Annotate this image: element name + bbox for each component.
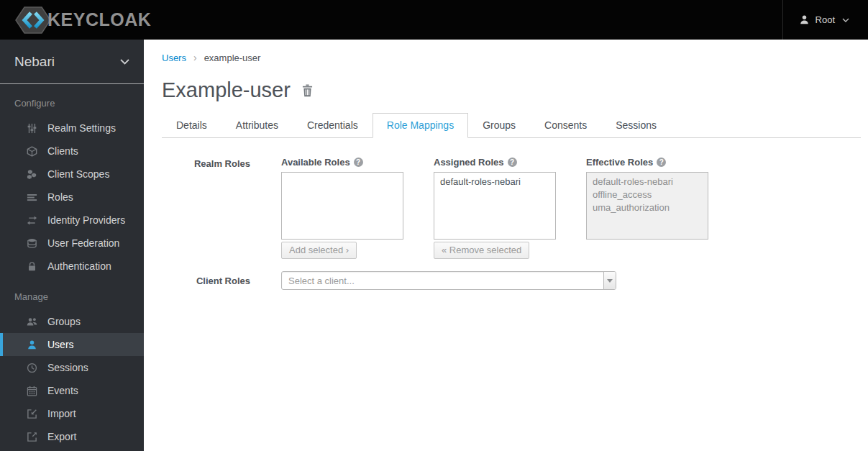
available-roles-listbox[interactable] xyxy=(281,172,403,240)
sidebar-item-label: Events xyxy=(47,385,78,396)
add-selected-button[interactable]: Add selected › xyxy=(281,242,357,259)
keycloak-hexagon-icon xyxy=(14,4,52,36)
role-option: offline_access xyxy=(587,188,708,201)
client-select-placeholder: Select a client... xyxy=(282,275,355,286)
remove-selected-button[interactable]: « Remove selected xyxy=(434,242,529,259)
tab-credentials[interactable]: Credentials xyxy=(293,113,373,138)
delete-user-button[interactable] xyxy=(301,84,314,97)
user-menu-label: Root xyxy=(816,14,835,25)
sidebar-item-label: Clients xyxy=(47,145,78,157)
export-icon xyxy=(26,431,38,442)
sidebar-item-export[interactable]: Export xyxy=(0,425,144,448)
section-label-configure: Configure xyxy=(0,84,144,117)
help-icon[interactable]: ? xyxy=(354,158,363,167)
client-roles-row: Client Roles Select a client... xyxy=(162,271,861,290)
users-icon xyxy=(26,316,38,327)
page-title: Example-user xyxy=(162,78,291,102)
assigned-roles-column: Assigned Roles ? default-roles-nebari « … xyxy=(434,157,556,259)
trash-icon xyxy=(301,84,314,97)
realm-name: Nebari xyxy=(14,54,55,70)
sidebar-item-label: Groups xyxy=(47,316,81,327)
caret-down-icon xyxy=(607,279,613,283)
user-icon xyxy=(26,339,38,350)
breadcrumb-users-link[interactable]: Users xyxy=(162,53,186,63)
tab-groups[interactable]: Groups xyxy=(468,113,530,138)
sidebar-item-label: Sessions xyxy=(47,362,88,373)
sidebar-item-user-federation[interactable]: User Federation xyxy=(0,232,144,255)
sliders-icon xyxy=(26,122,38,134)
sidebar-item-events[interactable]: Events xyxy=(0,379,144,402)
sidebar-item-sessions[interactable]: Sessions xyxy=(0,356,144,379)
effective-roles-column: Effective Roles ? default-roles-nebariof… xyxy=(586,157,708,259)
tab-details[interactable]: Details xyxy=(162,113,221,138)
section-label-manage: Manage xyxy=(0,278,144,310)
sidebar-item-label: Roles xyxy=(47,191,73,203)
client-select[interactable]: Select a client... xyxy=(281,271,616,290)
sidebar-item-label: Client Scopes xyxy=(47,168,109,180)
tab-role-mappings[interactable]: Role Mappings xyxy=(373,113,468,138)
exchange-icon xyxy=(26,214,38,226)
tab-consents[interactable]: Consents xyxy=(530,113,601,138)
chevron-down-icon xyxy=(120,59,129,65)
top-navbar: KEYCLOAK Root xyxy=(0,0,868,40)
sidebar-item-label: Authentication xyxy=(47,260,111,272)
effective-roles-label: Effective Roles xyxy=(586,157,653,168)
role-option: uma_authorization xyxy=(587,201,708,214)
role-option: default-roles-nebari xyxy=(587,176,708,188)
sidebar-item-client-scopes[interactable]: Client Scopes xyxy=(0,163,144,186)
sidebar-item-label: User Federation xyxy=(47,237,119,249)
help-icon[interactable]: ? xyxy=(508,158,517,167)
main-content: Users › example-user Example-user xyxy=(144,40,868,451)
cubes-icon xyxy=(26,168,38,180)
sidebar-item-users[interactable]: Users xyxy=(0,333,144,356)
lock-icon xyxy=(26,260,38,272)
sidebar: Nebari Configure Realm Settings xyxy=(0,40,144,451)
tab-bar: Details Attributes Credentials Role Mapp… xyxy=(162,113,861,138)
clock-icon xyxy=(26,362,38,373)
sidebar-item-clients[interactable]: Clients xyxy=(0,140,144,163)
breadcrumb-current: example-user xyxy=(204,53,261,63)
available-roles-label: Available Roles xyxy=(281,157,350,168)
list-icon xyxy=(26,191,38,203)
sidebar-item-label: Users xyxy=(47,339,74,350)
brand-text: KEYCLOAK xyxy=(47,9,151,30)
realm-roles-label: Realm Roles xyxy=(162,157,250,259)
realm-selector[interactable]: Nebari xyxy=(0,40,144,84)
role-mappings-form: Realm Roles Available Roles ? Add select… xyxy=(162,157,861,290)
sidebar-item-authentication[interactable]: Authentication xyxy=(0,255,144,278)
tab-attributes[interactable]: Attributes xyxy=(221,113,293,138)
sidebar-item-roles[interactable]: Roles xyxy=(0,186,144,209)
tab-sessions[interactable]: Sessions xyxy=(601,113,671,138)
sidebar-item-groups[interactable]: Groups xyxy=(0,310,144,333)
breadcrumb: Users › example-user xyxy=(162,52,861,63)
database-icon xyxy=(26,237,38,249)
calendar-icon xyxy=(26,385,38,396)
role-option[interactable]: default-roles-nebari xyxy=(434,176,555,188)
sidebar-item-realm-settings[interactable]: Realm Settings xyxy=(0,117,144,140)
realm-roles-row: Realm Roles Available Roles ? Add select… xyxy=(162,157,861,259)
help-icon[interactable]: ? xyxy=(657,158,666,167)
sidebar-item-label: Realm Settings xyxy=(47,122,116,134)
cube-icon xyxy=(26,145,38,157)
sidebar-item-identity-providers[interactable]: Identity Providers xyxy=(0,209,144,232)
sidebar-item-import[interactable]: Import xyxy=(0,402,144,425)
sidebar-item-label: Import xyxy=(47,408,76,419)
user-menu[interactable]: Root xyxy=(782,0,868,40)
client-roles-label: Client Roles xyxy=(162,275,250,286)
chevron-down-icon xyxy=(842,18,849,22)
assigned-roles-label: Assigned Roles xyxy=(434,157,504,168)
client-select-dropdown-button[interactable] xyxy=(603,272,616,289)
sidebar-item-label: Identity Providers xyxy=(47,214,125,226)
effective-roles-listbox: default-roles-nebarioffline_accessuma_au… xyxy=(586,172,708,240)
breadcrumb-separator: › xyxy=(193,52,197,63)
import-icon xyxy=(26,408,38,419)
available-roles-column: Available Roles ? Add selected › xyxy=(281,157,403,259)
keycloak-logo[interactable]: KEYCLOAK xyxy=(0,4,151,36)
assigned-roles-listbox[interactable]: default-roles-nebari xyxy=(434,172,556,240)
user-icon xyxy=(799,14,810,25)
sidebar-item-label: Export xyxy=(47,431,76,442)
